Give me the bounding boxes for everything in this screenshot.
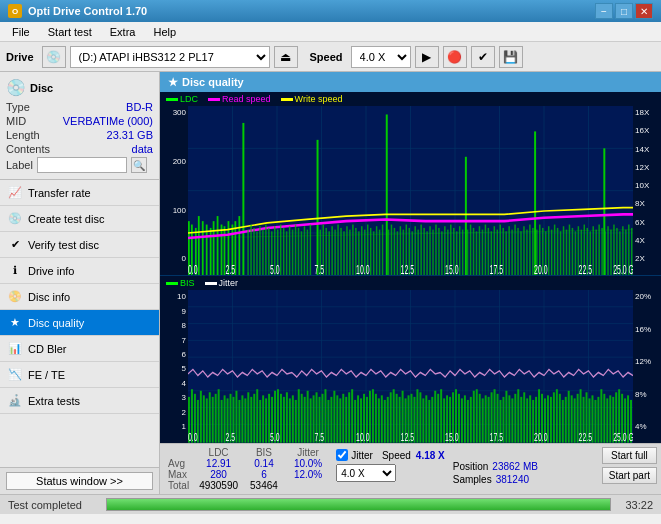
disc-section: 💿 Disc Type BD-R MID VERBATIMe (000) Len…	[0, 72, 159, 180]
stats-table: LDC BIS Jitter Avg 12.91 0.14 10.0% Max	[164, 447, 328, 491]
close-button[interactable]: ✕	[635, 3, 653, 19]
sidebar-item-extra-tests[interactable]: 🔬 Extra tests	[0, 388, 159, 414]
svg-rect-78	[391, 225, 392, 276]
sidebar-item-transfer-rate[interactable]: 📈 Transfer rate	[0, 180, 159, 206]
upper-y-axis-left: 300 200 100 0	[160, 106, 188, 275]
start-full-button[interactable]: Start full	[602, 447, 657, 464]
menu-start-test[interactable]: Start test	[40, 24, 100, 40]
sidebar-item-cd-bler[interactable]: 📊 CD Bler	[0, 336, 159, 362]
svg-rect-194	[209, 393, 211, 443]
svg-rect-16	[202, 221, 204, 275]
svg-rect-301	[526, 399, 528, 443]
svg-rect-52	[304, 226, 305, 275]
speed-select[interactable]: 4.0 X	[351, 46, 411, 68]
progress-bar-fill	[107, 499, 610, 510]
svg-rect-108	[482, 230, 483, 276]
drive-select[interactable]: (D:) ATAPI iHBS312 2 PL17	[70, 46, 270, 68]
sidebar-item-disc-info[interactable]: 📀 Disc info	[0, 284, 159, 310]
jitter-speed-section: Jitter Speed 4.18 X 4.0 X	[336, 447, 445, 482]
nav-section: 📈 Transfer rate 💿 Create test disc ✔ Ver…	[0, 180, 159, 467]
avg-ldc-val: 12.91	[193, 458, 244, 469]
burn-button[interactable]: 🔴	[443, 46, 467, 68]
start-part-button[interactable]: Start part	[602, 467, 657, 484]
fe-te-icon: 📉	[8, 368, 22, 382]
minimize-button[interactable]: −	[595, 3, 613, 19]
speed-dropdown[interactable]: 4.0 X	[336, 464, 396, 482]
lower-y-axis-left: 10 9 8 7 6 5 4 3 2 1	[160, 290, 188, 443]
svg-rect-220	[286, 393, 288, 443]
sidebar-item-verify-test-disc[interactable]: ✔ Verify test disc	[0, 232, 159, 258]
svg-rect-255	[390, 393, 392, 443]
svg-rect-106	[476, 231, 477, 275]
svg-rect-19	[213, 221, 215, 275]
svg-rect-35	[253, 228, 254, 275]
yl-5: 5	[160, 364, 186, 373]
y-0: 0	[160, 254, 186, 263]
disc-section-title: Disc	[30, 82, 53, 94]
label-icon-button[interactable]: 🔍	[131, 157, 147, 173]
svg-text:10.0: 10.0	[356, 432, 369, 443]
sidebar-item-disc-quality[interactable]: ★ Disc quality	[0, 310, 159, 336]
drive-icon: 💿	[42, 46, 66, 68]
svg-rect-283	[473, 391, 475, 443]
samples-val: 381240	[496, 474, 529, 485]
upper-legend: LDC Read speed Write speed	[160, 92, 661, 106]
svg-rect-101	[459, 226, 460, 275]
svg-rect-227	[307, 391, 309, 443]
progress-bar-container	[106, 498, 611, 511]
menu-file[interactable]: File	[4, 24, 38, 40]
svg-rect-74	[376, 226, 377, 275]
svg-rect-120	[517, 228, 518, 275]
speed-set-button[interactable]: ▶	[415, 46, 439, 68]
svg-rect-66	[352, 225, 353, 276]
verify-button[interactable]: ✔	[471, 46, 495, 68]
svg-rect-145	[592, 226, 593, 275]
panel-icon: ★	[168, 76, 178, 89]
svg-text:15.0: 15.0	[445, 432, 458, 443]
stats-empty-header	[164, 447, 193, 458]
svg-rect-224	[298, 390, 300, 443]
svg-rect-251	[378, 399, 380, 443]
jitter-legend: Jitter	[205, 278, 239, 288]
yl-9: 9	[160, 307, 186, 316]
svg-text:20.0: 20.0	[534, 432, 547, 443]
status-bar: Test completed 33:22	[0, 494, 661, 514]
contents-label: Contents	[6, 143, 50, 155]
yl-8: 8	[160, 321, 186, 330]
maximize-button[interactable]: □	[615, 3, 633, 19]
read-speed-legend-dot	[208, 98, 220, 101]
jitter-legend-label: Jitter	[219, 278, 239, 288]
svg-rect-47	[289, 226, 290, 275]
avg-jitter-val: 10.0%	[288, 458, 328, 469]
sidebar-item-drive-info[interactable]: ℹ Drive info	[0, 258, 159, 284]
svg-rect-280	[464, 396, 466, 443]
create-test-disc-label: Create test disc	[28, 213, 104, 225]
sidebar: 💿 Disc Type BD-R MID VERBATIMe (000) Len…	[0, 72, 160, 494]
yr-20pct: 20%	[635, 292, 661, 301]
stats-jitter-header: Jitter	[288, 447, 328, 458]
svg-rect-124	[529, 225, 530, 276]
sidebar-item-fe-te[interactable]: 📉 FE / TE	[0, 362, 159, 388]
jitter-checkbox[interactable]	[336, 449, 348, 461]
svg-rect-267	[425, 396, 427, 443]
menu-help[interactable]: Help	[145, 24, 184, 40]
status-window-button[interactable]: Status window >>	[6, 472, 153, 490]
svg-rect-272	[440, 390, 442, 443]
svg-rect-76	[382, 225, 383, 276]
svg-rect-311	[556, 390, 558, 443]
sidebar-item-create-test-disc[interactable]: 💿 Create test disc	[0, 206, 159, 232]
svg-rect-118	[511, 230, 512, 276]
menu-extra[interactable]: Extra	[102, 24, 144, 40]
svg-rect-116	[505, 231, 506, 275]
yl-6: 6	[160, 350, 186, 359]
eject-button[interactable]: ⏏	[274, 46, 298, 68]
svg-rect-15	[198, 216, 200, 275]
lower-legend: BIS Jitter	[160, 276, 661, 290]
verify-test-disc-icon: ✔	[8, 238, 22, 252]
svg-rect-75	[379, 230, 380, 276]
svg-rect-104	[470, 225, 471, 276]
svg-text:12.5: 12.5	[401, 263, 414, 276]
lower-chart: BIS Jitter 10 9 8	[160, 276, 661, 443]
label-input[interactable]	[37, 157, 127, 173]
save-button[interactable]: 💾	[499, 46, 523, 68]
